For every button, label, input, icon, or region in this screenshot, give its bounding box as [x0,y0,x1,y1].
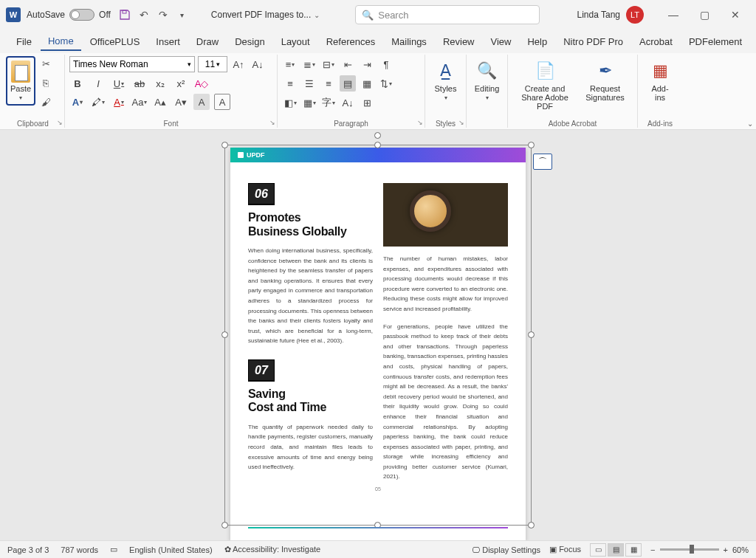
clear-format-icon[interactable]: A◇ [193,75,210,92]
italic-button[interactable]: I [90,75,106,92]
request-signatures-button[interactable]: ✒ Request Signatures [577,56,633,114]
tab-foxit[interactable]: Foxit PDF [751,33,756,50]
resize-handle[interactable] [374,142,381,148]
tab-nitro[interactable]: Nitro PDF Pro [556,33,630,50]
tab-insert[interactable]: Insert [148,33,188,50]
grow-font-icon[interactable]: A↑ [230,56,247,72]
numbering-icon[interactable]: ≣ [301,56,317,72]
clipboard-launcher[interactable]: ↘ [57,119,63,126]
zoom-level[interactable]: 60% [732,545,749,554]
tab-design[interactable]: Design [227,33,272,50]
zoom-slider[interactable] [660,548,719,551]
font-size-select[interactable]: 11▾ [198,56,227,72]
text-effects-icon[interactable]: A [69,94,86,110]
align-center-icon[interactable]: ☰ [301,75,317,92]
tab-view[interactable]: View [484,33,519,50]
save-icon[interactable] [117,7,133,23]
print-layout-icon[interactable]: ▤ [608,543,624,557]
asian-layout-icon[interactable]: 字 [320,94,337,111]
accessibility-checker[interactable]: ✿ Accessibility: Investigate [224,545,321,554]
undo-icon[interactable]: ↶ [136,7,152,23]
font-launcher[interactable]: ↘ [269,119,275,126]
font-name-select[interactable]: Times New Roman▾ [69,56,195,72]
char-border-icon[interactable]: A [214,94,230,110]
styles-launcher[interactable]: ↘ [458,119,464,126]
collapse-ribbon-icon[interactable]: ⌄ [747,120,753,128]
user-name[interactable]: Linda Tang [577,10,621,20]
qat-customize-icon[interactable]: ▾ [174,7,190,23]
snap-icon[interactable]: ⊞ [359,94,375,111]
highlight-icon[interactable]: 🖍 [90,94,106,110]
styles-button[interactable]: A̲ Styles ▾ [430,56,461,104]
sort-icon[interactable]: A↓ [340,94,356,111]
justify-icon[interactable]: ▤ [340,75,356,92]
addins-button[interactable]: ▦ Add-ins [642,56,678,105]
tab-mailings[interactable]: Mailings [384,33,434,50]
zoom-out-button[interactable]: − [650,545,655,554]
borders-icon[interactable]: ▦ [301,94,317,111]
paste-button[interactable]: Paste ▾ [6,56,35,106]
copy-icon[interactable]: ⎘ [38,75,53,90]
bold-button[interactable]: B [69,75,86,92]
read-mode-icon[interactable]: ▭ [590,543,606,557]
redo-icon[interactable]: ↷ [155,7,171,23]
tab-review[interactable]: Review [436,33,482,50]
autosave-toggle[interactable]: AutoSave Off [27,9,111,21]
resize-handle[interactable] [528,331,535,338]
create-share-pdf-button[interactable]: 📄 Create and Share Adobe PDF [512,56,577,114]
resize-handle[interactable] [221,142,228,148]
tab-officeplus[interactable]: OfficePLUS [83,33,148,50]
tab-references[interactable]: References [319,33,382,50]
spellcheck-icon[interactable]: ▭ [110,545,117,554]
bullets-icon[interactable]: ≡ [282,56,298,72]
language-indicator[interactable]: English (United States) [129,545,213,554]
zoom-in-button[interactable]: + [724,545,728,554]
shrink-font-icon[interactable]: A↓ [250,56,266,72]
document-canvas[interactable]: ⌒ UPDF 06 PromotesBusiness Globally When… [0,130,756,540]
editing-button[interactable]: 🔍 Editing ▾ [471,56,503,104]
document-title[interactable]: Convert PDF Images to... ⌄ [211,10,320,20]
resize-handle[interactable] [221,331,228,338]
focus-mode[interactable]: ▣ Focus [549,545,581,554]
tab-acrobat[interactable]: Acrobat [632,33,680,50]
resize-handle[interactable] [528,142,535,148]
paragraph-launcher[interactable]: ↘ [417,119,423,126]
line-spacing-icon[interactable]: ⇅ [378,75,394,92]
resize-handle[interactable] [528,522,535,528]
subscript-button[interactable]: x₂ [152,75,168,92]
distribute-icon[interactable]: ▦ [359,75,375,92]
grow-font2-icon[interactable]: A▴ [152,94,168,110]
shrink-font2-icon[interactable]: A▾ [173,94,189,110]
word-count[interactable]: 787 words [61,545,98,554]
minimize-button[interactable]: — [659,4,688,26]
avatar[interactable]: LT [626,6,644,24]
decrease-indent-icon[interactable]: ⇤ [340,56,356,72]
tab-pdfelement[interactable]: PDFelement [681,33,749,50]
increase-indent-icon[interactable]: ⇥ [359,56,375,72]
cut-icon[interactable]: ✂ [38,56,53,71]
layout-options-icon[interactable]: ⌒ [533,154,552,170]
superscript-button[interactable]: x² [173,75,189,92]
tab-file[interactable]: File [9,33,39,50]
show-marks-icon[interactable]: ¶ [378,56,394,72]
tab-home[interactable]: Home [41,32,81,51]
web-layout-icon[interactable]: ▦ [625,543,642,557]
char-shading-icon[interactable]: A [193,94,210,110]
close-button[interactable]: ✕ [721,4,750,26]
underline-button[interactable]: U [111,75,127,92]
change-case-icon[interactable]: Aa [131,94,148,110]
font-color-icon[interactable]: A [111,94,127,110]
rotate-handle[interactable] [374,132,381,139]
resize-handle[interactable] [221,522,228,528]
format-painter-icon[interactable]: 🖌 [38,94,53,109]
display-settings[interactable]: 🖵 Display Settings [472,545,540,554]
tab-layout[interactable]: Layout [274,33,317,50]
search-input[interactable]: 🔍 Search [355,5,540,24]
tab-help[interactable]: Help [520,33,554,50]
shading-icon[interactable]: ◧ [282,94,298,111]
page-indicator[interactable]: Page 3 of 3 [7,545,49,554]
align-left-icon[interactable]: ≡ [282,75,298,92]
tab-draw[interactable]: Draw [189,33,226,50]
multilevel-icon[interactable]: ⊟ [320,56,337,72]
maximize-button[interactable]: ▢ [690,4,719,26]
